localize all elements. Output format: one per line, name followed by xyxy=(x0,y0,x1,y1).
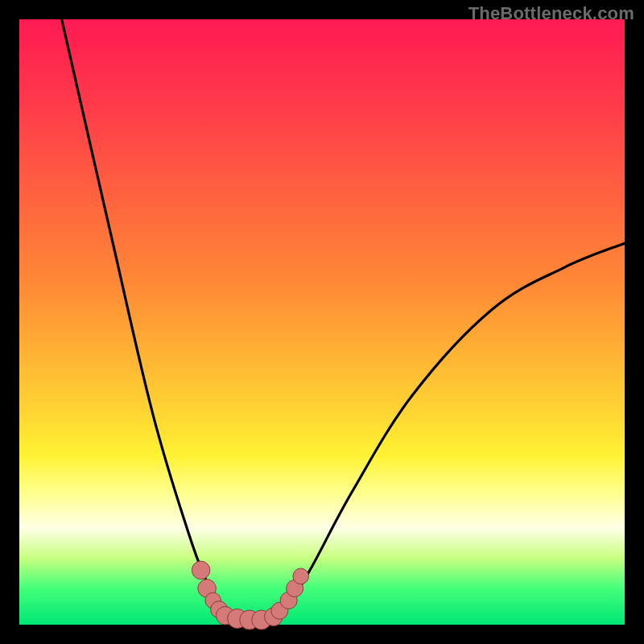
curve-markers xyxy=(192,561,308,630)
watermark-text: TheBottleneck.com xyxy=(469,3,634,24)
curve-marker xyxy=(192,561,210,580)
chart-svg xyxy=(19,19,625,625)
curve-marker xyxy=(293,568,309,584)
bottleneck-curve xyxy=(62,19,625,621)
chart-plot-area xyxy=(19,19,625,625)
